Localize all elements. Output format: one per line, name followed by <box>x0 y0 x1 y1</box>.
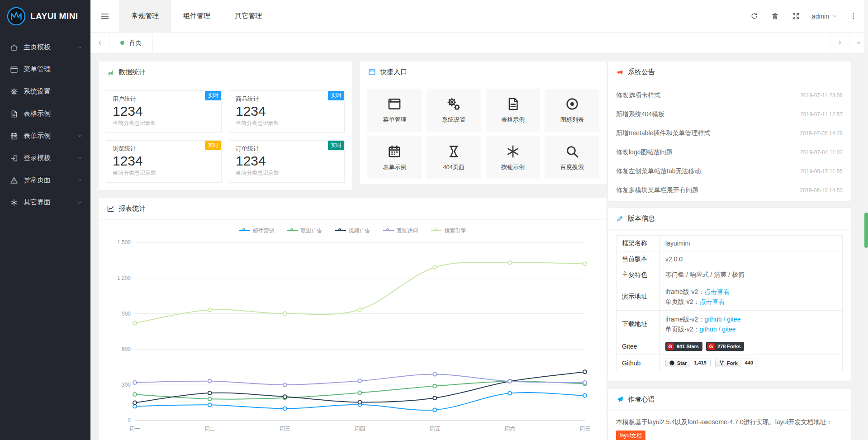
legend-item[interactable]: 联盟广告 <box>287 227 323 235</box>
sidebar-item[interactable]: 异常页面 <box>0 169 90 191</box>
svg-text:周四: 周四 <box>355 426 365 432</box>
refresh-icon <box>750 12 758 20</box>
tab-bar-right-controls <box>830 33 868 53</box>
version-row-value: iframe版-v2：github / gitee单页版-v2：github /… <box>660 311 843 338</box>
version-link[interactable]: 点击查看 <box>699 298 725 305</box>
layui-doc-badge[interactable]: layui文档 <box>616 431 645 440</box>
quick-entry-item[interactable]: 百度搜索 <box>545 136 599 179</box>
tab-label: 首页 <box>129 39 142 47</box>
legend-label: 直接访问 <box>397 227 418 235</box>
header-actions: admin <box>744 0 868 32</box>
version-link[interactable]: gitee <box>727 316 740 323</box>
github-badge-count: 440 <box>741 359 757 367</box>
announcement-date: 2019-07-04 11:02 <box>800 149 843 156</box>
clear-cache-button[interactable] <box>765 0 786 32</box>
github-badge[interactable]: Star1,419 <box>665 359 711 367</box>
chevron-down-icon <box>77 178 82 183</box>
legend-label: 视频广告 <box>349 227 370 235</box>
legend-item[interactable]: 直接访问 <box>383 227 418 235</box>
tabs-scroll-left-button[interactable] <box>90 33 109 53</box>
announcement-row[interactable]: 修改logo图缩放问题2019-07-04 11:02 <box>616 143 843 162</box>
card-title: 系统公告 <box>628 68 655 76</box>
github-badge[interactable]: Fork440 <box>715 359 757 367</box>
version-link[interactable]: 点击查看 <box>704 288 730 295</box>
fullscreen-button[interactable] <box>786 0 806 32</box>
sidebar-item[interactable]: 表格示例 <box>0 103 90 125</box>
sidebar-item-label: 其它界面 <box>24 198 77 207</box>
quick-entry-item[interactable]: 表单示例 <box>367 136 422 179</box>
legend-item[interactable]: 邮件营销 <box>239 227 275 235</box>
gitee-badge[interactable]: G278 Forks <box>706 342 744 351</box>
github-badge-label: Fork <box>727 360 738 366</box>
quick-entry-item[interactable]: 菜单管理 <box>367 89 422 132</box>
legend-item[interactable]: 视频广告 <box>335 227 370 235</box>
quick-entry-item[interactable]: 按钮示例 <box>486 136 541 179</box>
version-link[interactable]: github <box>699 326 716 333</box>
sidebar-item-label: 表单示例 <box>24 132 77 140</box>
quick-entry-item[interactable]: 系统设置 <box>427 89 481 132</box>
announcement-row[interactable]: 修改选项卡样式2019-07-11 23:06 <box>616 86 843 105</box>
file-icon <box>506 97 520 111</box>
announcement-title: 修改选项卡样式 <box>616 91 660 99</box>
stat-value: 1234 <box>236 153 338 169</box>
version-row-label: Gitee <box>617 338 660 355</box>
announcement-row[interactable]: 新增系统404模板2019-07-11 12:57 <box>616 105 843 124</box>
version-row-value: G941 StarsG278 Forks <box>660 338 843 355</box>
quick-entry-item[interactable]: 404页面 <box>427 136 481 179</box>
version-row: GithubStar1,419Fork440 <box>617 355 843 371</box>
more-menu-button[interactable] <box>843 0 863 32</box>
sidebar-item[interactable]: 其它界面 <box>0 191 90 213</box>
sidebar-item[interactable]: 系统设置 <box>0 80 90 103</box>
stat-box: 商品统计1234当前分类总记录数实时 <box>229 90 345 133</box>
header-nav-tab[interactable]: 其它管理 <box>223 0 274 32</box>
main-content: 数据统计 用户统计1234当前分类总记录数实时商品统计1234当前分类总记录数实… <box>90 53 868 440</box>
gitee-badge[interactable]: G941 Stars <box>665 342 702 351</box>
svg-text:周二: 周二 <box>204 426 215 432</box>
svg-text:周三: 周三 <box>280 426 290 432</box>
realtime-badge: 实时 <box>205 91 221 100</box>
chevron-left-icon <box>97 40 103 46</box>
stat-value: 1234 <box>113 153 215 169</box>
svg-text:300: 300 <box>122 382 131 388</box>
sidebar-item[interactable]: 主页模板 <box>0 36 90 58</box>
link-separator: / <box>722 316 727 323</box>
announcement-title: 新增系统404模板 <box>616 110 664 118</box>
header-nav-tab[interactable]: 组件管理 <box>171 0 223 32</box>
stat-value: 1234 <box>113 103 215 119</box>
quick-entry-label: 图标列表 <box>560 116 584 124</box>
quick-entry-label: 表格示例 <box>501 116 525 124</box>
svg-text:900: 900 <box>122 311 131 317</box>
announcement-row[interactable]: 修复多模块菜单栏展开有问题2019-06-13 14:53 <box>616 181 843 200</box>
version-link[interactable]: github <box>704 316 721 323</box>
quick-entry-item[interactable]: 图标列表 <box>545 89 599 132</box>
quick-entry-label: 404页面 <box>443 163 465 171</box>
version-row-value: layuimini <box>660 236 843 251</box>
version-link[interactable]: gitee <box>722 326 735 333</box>
stat-caption: 当前分类总记录数 <box>236 119 338 127</box>
app-logo[interactable]: LAYUI MINI <box>0 0 90 33</box>
quick-entry-item[interactable]: 表格示例 <box>486 89 541 132</box>
chevron-right-icon <box>837 40 843 46</box>
sidebar-item[interactable]: 菜单管理 <box>0 58 90 80</box>
open-tab[interactable]: 首页 <box>109 33 153 53</box>
user-menu[interactable]: admin <box>806 0 843 32</box>
sidebar-menu: 主页模板菜单管理系统设置表格示例表单示例登录模板异常页面其它界面 <box>0 33 90 213</box>
card-title: 版本信息 <box>628 214 655 223</box>
header-nav-tab[interactable]: 常规管理 <box>119 0 171 32</box>
version-row-label: 演示地址 <box>617 283 660 311</box>
announcement-row[interactable]: 修复左侧菜单缩放tab无法移动2019-06-17 11:55 <box>616 162 843 181</box>
card-header: 作者心语 <box>608 389 851 411</box>
sidebar-toggle-button[interactable] <box>90 0 119 32</box>
announcement-row[interactable]: 新增treetable插件和菜单管理样式2019-07-05 14:28 <box>616 124 843 143</box>
chart-legend: 邮件营销联盟广告视频广告直接访问搜索引擎 <box>99 224 607 237</box>
sidebar-item[interactable]: 登录模板 <box>0 147 90 169</box>
sidebar-item[interactable]: 表单示例 <box>0 125 90 147</box>
tabs-scroll-right-button[interactable] <box>830 33 849 53</box>
burger-icon <box>100 12 109 21</box>
pencil-icon <box>616 215 624 222</box>
link-prefix: iframe版-v2： <box>665 316 704 323</box>
refresh-button[interactable] <box>744 0 765 32</box>
page-scrollbar-thumb[interactable] <box>864 213 868 248</box>
sidebar: LAYUI MINI 主页模板菜单管理系统设置表格示例表单示例登录模板异常页面其… <box>0 0 90 440</box>
legend-item[interactable]: 搜索引擎 <box>431 227 466 235</box>
